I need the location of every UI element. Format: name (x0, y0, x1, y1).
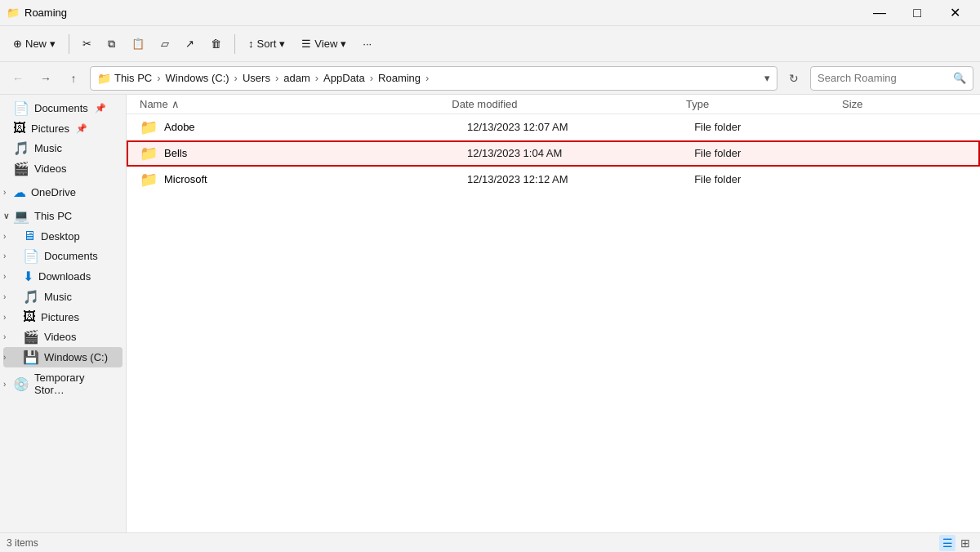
sidebar-item-windows-c[interactable]: › 💾 Windows (C:) (3, 347, 122, 367)
file-name-microsoft: Microsoft (164, 173, 467, 185)
content-area: Name ∧ Date modified Type Size 📁 Adobe 1… (127, 95, 980, 532)
column-date-modified[interactable]: Date modified (452, 98, 686, 110)
pin-icon-documents: 📌 (95, 103, 106, 114)
this-pc-expand-icon: ∨ (3, 211, 9, 220)
new-chevron-icon: ▾ (50, 38, 56, 50)
address-dropdown-icon[interactable]: ▾ (764, 72, 770, 84)
folder-icon-adobe: 📁 (140, 118, 158, 136)
column-name[interactable]: Name ∧ (140, 98, 452, 110)
close-button[interactable]: ✕ (936, 0, 973, 26)
window-title: Roaming (24, 7, 67, 19)
list-view-button[interactable]: ☰ (939, 535, 956, 551)
sidebar-item-documents[interactable]: 📄 Documents 📌 (3, 98, 122, 118)
delete-button[interactable]: 🗑 (204, 34, 228, 53)
onedrive-icon: ☁ (13, 185, 26, 200)
column-type[interactable]: Type (686, 98, 842, 110)
main-layout: 📄 Documents 📌 🖼 Pictures 📌 🎵 Music 🎬 Vid… (0, 95, 980, 532)
more-button[interactable]: ··· (356, 34, 378, 53)
sidebar-item-documents-pc[interactable]: › 📄 Documents (3, 246, 122, 266)
crumb-roaming[interactable]: Roaming (378, 72, 421, 84)
sidebar-item-this-pc[interactable]: ∨ 💻 This PC (3, 206, 122, 226)
windows-c-expand-icon: › (3, 353, 6, 362)
pictures-pc-icon: 🖼 (23, 309, 36, 324)
status-bar: 3 items ☰ ⊞ (0, 532, 980, 552)
copy-button[interactable]: ⧉ (101, 34, 122, 54)
view-chevron-icon: ▾ (341, 38, 346, 50)
toolbar-sep-1 (69, 34, 69, 54)
videos-pc-icon: 🎬 (23, 329, 39, 345)
onedrive-expand-icon: › (3, 188, 6, 197)
crumb-users[interactable]: Users (243, 72, 270, 84)
file-row-microsoft[interactable]: 📁 Microsoft 12/13/2023 12:12 AM File fol… (127, 167, 980, 193)
search-icon: 🔍 (953, 72, 966, 84)
file-type-microsoft: File folder (694, 173, 845, 185)
address-row: ← → ↑ 📁 This PC › Windows (C:) › Users ›… (0, 62, 980, 95)
up-button[interactable]: ↑ (62, 67, 85, 90)
sidebar-item-downloads[interactable]: › ⬇ Downloads (3, 266, 122, 287)
documents-pc-icon: 📄 (23, 248, 39, 264)
sidebar-item-pictures[interactable]: 🖼 Pictures 📌 (3, 118, 122, 138)
sep-4: › (315, 72, 318, 84)
file-row-bells[interactable]: 📁 Bells 12/13/2023 1:04 AM File folder (127, 140, 980, 167)
documents-pc-expand-icon: › (3, 252, 6, 260)
crumb-windows-c[interactable]: Windows (C:) (166, 72, 229, 84)
videos-icon: 🎬 (13, 161, 29, 176)
file-list-header: Name ∧ Date modified Type Size (127, 95, 980, 114)
sidebar-item-videos[interactable]: 🎬 Videos (3, 158, 122, 179)
rename-button[interactable]: ▱ (154, 34, 176, 53)
sidebar-item-temporary-storage[interactable]: › 💿 Temporary Stor… (3, 369, 122, 398)
title-bar-left: 📁 Roaming (7, 7, 67, 19)
sort-button[interactable]: ↕ Sort ▾ (242, 34, 292, 53)
sep-5: › (370, 72, 373, 84)
file-row-adobe[interactable]: 📁 Adobe 12/13/2023 12:07 AM File folder (127, 114, 980, 140)
search-box[interactable]: 🔍 (810, 66, 973, 91)
sidebar-item-music[interactable]: 🎵 Music (3, 138, 122, 158)
sort-arrow-icon: ∧ (172, 98, 180, 110)
desktop-icon: 🖥 (23, 229, 36, 243)
temporary-storage-icon: 💿 (13, 376, 29, 392)
sidebar-item-videos-pc[interactable]: › 🎬 Videos (3, 327, 122, 347)
toolbar-sep-2 (234, 34, 235, 54)
sep-2: › (234, 72, 238, 84)
file-type-adobe: File folder (694, 121, 845, 133)
minimize-button[interactable]: — (861, 0, 898, 26)
toolbar: ⊕ New ▾ ✂ ⧉ 📋 ▱ ↗ 🗑 ↕ Sort ▾ ☰ View ▾ ··… (0, 26, 980, 62)
paste-button[interactable]: 📋 (125, 34, 151, 53)
forward-button[interactable]: → (34, 67, 57, 90)
sidebar-item-music-pc[interactable]: › 🎵 Music (3, 287, 122, 307)
crumb-this-pc[interactable]: This PC (114, 72, 152, 84)
crumb-adam[interactable]: adam (283, 72, 310, 84)
title-bar-controls: — □ ✕ (861, 0, 973, 26)
sidebar: 📄 Documents 📌 🖼 Pictures 📌 🎵 Music 🎬 Vid… (0, 95, 127, 532)
more-icon: ··· (363, 38, 372, 50)
share-button[interactable]: ↗ (179, 34, 201, 53)
maximize-button[interactable]: □ (898, 0, 936, 26)
column-size[interactable]: Size (842, 98, 967, 110)
details-view-button[interactable]: ⊞ (957, 535, 973, 551)
pin-icon-pictures: 📌 (76, 123, 87, 134)
crumb-appdata[interactable]: AppData (323, 72, 365, 84)
back-button[interactable]: ← (7, 67, 29, 90)
refresh-button[interactable]: ↻ (782, 67, 805, 90)
cut-icon: ✂ (82, 38, 91, 50)
cut-button[interactable]: ✂ (76, 34, 98, 53)
view-toggle-buttons: ☰ ⊞ (939, 535, 973, 551)
pictures-icon: 🖼 (13, 121, 26, 136)
copy-icon: ⧉ (108, 38, 115, 51)
new-icon: ⊕ (13, 38, 22, 50)
new-button[interactable]: ⊕ New ▾ (7, 34, 62, 53)
search-input[interactable] (817, 72, 950, 84)
sidebar-item-onedrive[interactable]: › ☁ OneDrive (3, 182, 122, 203)
address-bar[interactable]: 📁 This PC › Windows (C:) › Users › adam … (90, 66, 777, 91)
window-icon: 📁 (7, 7, 20, 19)
sidebar-item-pictures-pc[interactable]: › 🖼 Pictures (3, 307, 122, 327)
view-button[interactable]: ☰ View ▾ (295, 34, 353, 53)
file-name-bells: Bells (164, 147, 467, 159)
downloads-expand-icon: › (3, 272, 6, 281)
folder-icon-microsoft: 📁 (140, 171, 158, 189)
desktop-expand-icon: › (3, 232, 6, 241)
sidebar-item-desktop[interactable]: › 🖥 Desktop (3, 226, 122, 246)
music-pc-expand-icon: › (3, 292, 6, 301)
sep-1: › (157, 72, 160, 84)
this-pc-icon: 💻 (13, 208, 29, 224)
